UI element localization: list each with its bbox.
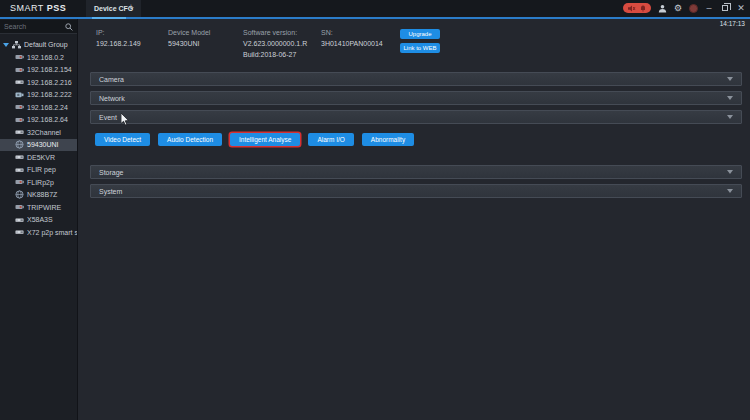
sidebar-item-192-168-2-154[interactable]: 192.168.2.154: [0, 64, 77, 77]
sidebar-item-flir-pep[interactable]: FLIR pep: [0, 164, 77, 177]
sidebar-item-192-168-2-216[interactable]: 192.168.2.216: [0, 76, 77, 89]
theme-icon[interactable]: [689, 4, 698, 13]
event-button-intelligent-analyse[interactable]: Intelligent Analyse: [230, 133, 300, 146]
clock: 14:17:13: [720, 20, 745, 27]
camera-icon: [15, 115, 24, 124]
chevron-down-icon: [727, 77, 733, 81]
upgrade-button[interactable]: Upgrade: [400, 29, 440, 39]
sidebar-item-192-168-2-64[interactable]: 192.168.2.64: [0, 114, 77, 127]
sidebar-item-nk88b7z[interactable]: NK88B7Z: [0, 189, 77, 202]
sidebar-item-de5kvr[interactable]: DE5KVR: [0, 151, 77, 164]
gear-icon[interactable]: ⚙: [673, 3, 683, 13]
box-icon: [15, 215, 24, 224]
device-label: 192.168.2.216: [27, 79, 72, 86]
device-label: DE5KVR: [27, 154, 55, 161]
section-storage[interactable]: Storage: [90, 165, 742, 179]
sidebar-item-192-168-2-222[interactable]: 192.168.2.222: [0, 89, 77, 102]
link-to-web-button[interactable]: Link to WEB: [400, 43, 440, 53]
globe-icon: [15, 190, 24, 199]
camera-icon: [15, 53, 24, 62]
thermal-icon: [15, 90, 24, 99]
event-button-abnormality[interactable]: Abnormality: [362, 133, 414, 146]
box-icon: [15, 165, 24, 174]
alarm-sound-badge[interactable]: [623, 3, 651, 13]
sidebar-item-tripwire[interactable]: TRIPWIRE: [0, 201, 77, 214]
sidebar-item-x58a3s[interactable]: X58A3S: [0, 214, 77, 227]
box-icon: [15, 78, 24, 87]
sidebar-group-default[interactable]: Default Group: [0, 38, 77, 51]
device-label: 192.168.0.2: [27, 54, 64, 61]
device-label: X58A3S: [27, 216, 53, 223]
software-label: Software version:: [243, 29, 307, 36]
sidebar-item-flirp2p[interactable]: FLIRp2p: [0, 176, 77, 189]
section-camera[interactable]: Camera: [90, 72, 742, 86]
minimize-button[interactable]: –: [704, 4, 714, 13]
camera-icon: [15, 203, 24, 212]
device-label: TRIPWIRE: [27, 204, 61, 211]
sidebar-item-59430uni[interactable]: 59430UNI: [0, 139, 77, 152]
section-network-label: Network: [99, 95, 125, 102]
device-label: 59430UNI: [27, 141, 59, 148]
add-tab-button[interactable]: +: [128, 2, 134, 13]
sidebar-item-192-168-2-24[interactable]: 192.168.2.24: [0, 101, 77, 114]
tree-collapse-icon[interactable]: [3, 43, 9, 47]
event-button-video-detect[interactable]: Video Detect: [95, 133, 150, 146]
mouse-cursor: [121, 113, 130, 126]
info-software: Software version: V2.623.0000000.1.R Bui…: [243, 29, 307, 58]
camera-icon: [15, 65, 24, 74]
camera-icon: [15, 103, 24, 112]
logo-smart: SMART: [10, 3, 44, 13]
sidebar-item-x72-p2p-smart-searc[interactable]: X72 p2p smart searc: [0, 226, 77, 239]
info-sn: SN: 3H01410PAN00014: [321, 29, 383, 47]
device-label: 192.168.2.24: [27, 104, 68, 111]
model-label: Device Model: [168, 29, 210, 36]
device-label: NK88B7Z: [27, 191, 57, 198]
section-network[interactable]: Network: [90, 91, 742, 105]
close-button[interactable]: ✕: [736, 4, 746, 13]
event-buttons-row: Video DetectAudio DetectionIntelligent A…: [95, 133, 414, 146]
device-label: 32Channel: [27, 129, 61, 136]
info-ip: IP: 192.168.2.149: [96, 29, 141, 47]
event-button-alarm-i-o[interactable]: Alarm I/O: [308, 133, 353, 146]
user-icon[interactable]: [657, 3, 667, 13]
device-cfg-panel: IP: 192.168.2.149 Device Model 59430UNI …: [78, 19, 750, 420]
chevron-down-icon: [727, 96, 733, 100]
group-sitemap-icon: [12, 41, 21, 49]
box-icon: [15, 153, 24, 162]
sn-label: SN:: [321, 29, 383, 36]
chevron-down-icon: [727, 115, 733, 119]
model-value: 59430UNI: [168, 40, 210, 47]
box-icon: [15, 128, 24, 137]
sidebar-item-192-168-0-2[interactable]: 192.168.0.2: [0, 51, 77, 64]
globe-icon: [15, 140, 24, 149]
search-input[interactable]: [0, 23, 60, 30]
build-value: Build:2018-06-27: [243, 51, 307, 58]
section-event[interactable]: Event: [90, 110, 742, 124]
sn-value: 3H01410PAN00014: [321, 40, 383, 47]
event-button-audio-detection[interactable]: Audio Detection: [158, 133, 222, 146]
sidebar-item-32channel[interactable]: 32Channel: [0, 126, 77, 139]
box-icon: [15, 228, 24, 237]
ip-label: IP:: [96, 29, 141, 36]
section-system-label: System: [99, 188, 122, 195]
device-label: X72 p2p smart searc: [27, 229, 77, 236]
device-tree-sidebar: Default Group 192.168.0.2192.168.2.15419…: [0, 19, 78, 420]
logo-pss: PSS: [47, 3, 67, 13]
titlebar: SMART PSS Device CFG + ⚙ – ✕: [0, 0, 750, 17]
chevron-down-icon: [727, 170, 733, 174]
section-storage-label: Storage: [99, 169, 124, 176]
ip-value: 192.168.2.149: [96, 40, 141, 47]
search-icon[interactable]: [65, 23, 73, 31]
chevron-down-icon: [727, 189, 733, 193]
alarm-bell-icon: [640, 5, 646, 12]
device-label: FLIRp2p: [27, 179, 54, 186]
section-system[interactable]: System: [90, 184, 742, 198]
group-label: Default Group: [24, 41, 68, 48]
camera-icon: [15, 178, 24, 187]
device-list: 192.168.0.2192.168.2.154192.168.2.216192…: [0, 51, 77, 239]
restore-button[interactable]: [720, 4, 730, 13]
info-model: Device Model 59430UNI: [168, 29, 210, 47]
search-box: [0, 20, 77, 34]
device-label: 192.168.2.154: [27, 66, 72, 73]
device-label: 192.168.2.64: [27, 116, 68, 123]
